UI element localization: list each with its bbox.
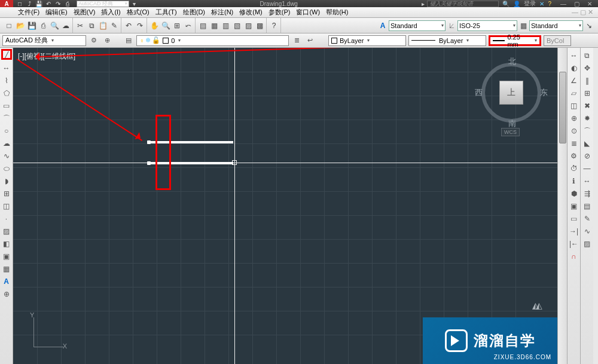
menu-edit[interactable]: 编辑(E) <box>43 7 70 17</box>
join-tool-icon[interactable]: ― <box>582 163 593 174</box>
menu-help[interactable]: 帮助(H) <box>324 7 350 17</box>
drawing-canvas[interactable]: /*placeholder*/ [-][俯视][二维线框] <box>13 48 557 364</box>
workspace-select[interactable]: AutoCAD 经典▾ <box>2 35 86 46</box>
close-button[interactable]: ✕ <box>585 1 594 7</box>
pan-icon[interactable]: ✋ <box>149 20 160 31</box>
textstyle-select[interactable]: Standard▾ <box>389 20 446 31</box>
lengthen-tool-icon[interactable]: ↔ <box>582 176 593 186</box>
time-icon[interactable]: ⏱ <box>569 163 579 174</box>
vertical-scrollbar[interactable] <box>557 48 567 364</box>
spline-tool-icon[interactable]: ∿ <box>1 151 12 161</box>
menu-draw[interactable]: 绘图(D) <box>181 7 208 17</box>
zoom-realtime-icon[interactable]: 🔍 <box>160 20 171 31</box>
paste-icon[interactable]: 📋 <box>97 20 108 31</box>
align-tool-icon[interactable]: ⇶ <box>582 188 593 199</box>
draworder-tool-icon[interactable]: ▤ <box>582 201 593 212</box>
menu-modify[interactable]: 修改(M) <box>237 7 265 17</box>
hatch-tool-icon[interactable]: ▨ <box>1 226 12 237</box>
sheetset-icon[interactable]: ▧ <box>231 20 242 31</box>
viewcube-west[interactable]: 西 <box>475 87 483 98</box>
multileader-icon[interactable]: ↘ <box>584 20 594 31</box>
copy-tool-icon[interactable]: ⧉ <box>582 50 593 61</box>
viewcube-wcs[interactable]: WCS <box>501 128 520 136</box>
qat-redo-icon[interactable]: ↷ <box>54 0 62 7</box>
login-link[interactable]: 登录 <box>524 0 536 8</box>
menu-window[interactable]: 窗口(W) <box>294 7 322 17</box>
dist-icon[interactable]: ↔ <box>569 50 579 61</box>
linetype-select[interactable]: ByLayer▾ <box>408 35 486 46</box>
toolpalettes-icon[interactable]: ▥ <box>220 20 231 31</box>
trim-icon[interactable]: |← <box>569 238 579 249</box>
color-select[interactable]: ByLayer▾ <box>328 35 406 46</box>
radius-icon[interactable]: ◐ <box>569 63 579 74</box>
gradient-tool-icon[interactable]: ◧ <box>1 238 12 249</box>
break-tool-icon[interactable]: ⊘ <box>582 151 593 161</box>
mtext-tool-icon[interactable]: A <box>1 276 12 287</box>
help-icon2[interactable]: ? <box>269 20 279 31</box>
zoom-prev-icon[interactable]: ⤺ <box>183 20 194 31</box>
explode-tool-icon[interactable]: ✸ <box>582 113 593 124</box>
region2-icon[interactable]: ▣ <box>569 201 579 212</box>
angle-icon[interactable]: ∠ <box>569 75 579 86</box>
doc-minimize-button[interactable]: — ▢ ✕ <box>569 8 596 17</box>
search-icon[interactable]: 🔍 <box>502 1 509 7</box>
splinedit-tool-icon[interactable]: ∿ <box>582 226 593 237</box>
circle-tool-icon[interactable]: ○ <box>1 126 12 136</box>
menu-file[interactable]: 文件(F) <box>16 7 42 17</box>
scrollbar-thumb[interactable] <box>559 72 566 143</box>
menu-insert[interactable]: 插入(I) <box>99 7 123 17</box>
revcloud-tool-icon[interactable]: ☁ <box>1 138 12 149</box>
copy-icon[interactable]: ⧉ <box>86 20 97 31</box>
undo-icon[interactable]: ↶ <box>123 20 134 31</box>
addsel-tool-icon[interactable]: ⊕ <box>1 289 12 299</box>
insert-tool-icon[interactable]: ⊞ <box>1 188 12 199</box>
id-icon[interactable]: ⊙ <box>569 126 579 136</box>
help-search-input[interactable]: 键入关键字或短语 <box>427 1 499 7</box>
menu-dimension[interactable]: 标注(N) <box>209 7 236 17</box>
viewcube[interactable]: 上 北 南 东 西 WCS <box>478 60 544 126</box>
preview-icon[interactable]: 🔍 <box>49 20 60 31</box>
workspace-save-icon[interactable]: ⊕ <box>102 35 112 46</box>
qat-print-icon[interactable]: ⎙ <box>63 0 72 7</box>
erase-tool-icon[interactable]: ✖ <box>582 100 593 111</box>
redo-icon[interactable]: ↷ <box>135 20 145 31</box>
list-icon[interactable]: ≣ <box>569 138 579 149</box>
quick-icon[interactable]: ⊕ <box>569 113 579 124</box>
ellipse-tool-icon[interactable]: ⬭ <box>1 163 12 174</box>
menu-param[interactable]: 参数(P) <box>266 7 293 17</box>
point-tool-icon[interactable]: · <box>1 213 12 224</box>
arc-tool-icon[interactable]: ⌒ <box>1 113 12 124</box>
quickcalc-icon[interactable]: ▩ <box>254 20 265 31</box>
viewcube-east[interactable]: 东 <box>540 87 548 98</box>
ellipsearc-tool-icon[interactable]: ◗ <box>1 176 12 186</box>
viewcube-top-face[interactable]: 上 <box>499 81 523 105</box>
minimize-button[interactable]: — <box>559 1 568 7</box>
markup-icon[interactable]: ▨ <box>243 20 254 31</box>
xline-tool-icon[interactable]: ↔ <box>1 63 12 74</box>
polygon-tool-icon[interactable]: ⬠ <box>1 88 12 99</box>
viewcube-north[interactable]: 北 <box>508 56 516 67</box>
app-logo[interactable]: A <box>0 0 13 7</box>
zoom-window-icon[interactable]: ⊞ <box>172 20 182 31</box>
publish-icon[interactable]: ☁ <box>60 20 71 31</box>
array-tool-icon[interactable]: ⊞ <box>582 88 593 99</box>
status-icon[interactable]: ℹ <box>569 176 579 186</box>
save-icon[interactable]: 💾 <box>26 20 37 31</box>
boundary-icon[interactable]: ▭ <box>569 213 579 224</box>
menu-view[interactable]: 视图(V) <box>71 7 98 17</box>
fillet-tool-icon[interactable]: ⌒ <box>582 126 593 136</box>
lineweight-select[interactable]: 0.25 mm▾ <box>489 35 541 46</box>
chamfer-tool-icon[interactable]: ◣ <box>582 138 593 149</box>
region-tool-icon[interactable]: ▣ <box>1 251 12 262</box>
pline-tool-icon[interactable]: ⌇ <box>1 75 12 86</box>
qat-save-icon[interactable]: 💾 <box>35 0 43 7</box>
table-tool-icon[interactable]: ▦ <box>1 264 12 274</box>
block-tool-icon[interactable]: ◫ <box>1 201 12 212</box>
textstyle-icon[interactable]: A <box>377 20 388 31</box>
menu-format[interactable]: 格式(O) <box>124 7 152 17</box>
dimstyle-icon[interactable]: ⟀ <box>446 20 457 31</box>
open-icon[interactable]: 📂 <box>15 20 26 31</box>
setvar-icon[interactable]: ⚙ <box>569 151 579 161</box>
volume-icon[interactable]: ◫ <box>569 100 579 111</box>
new-icon[interactable]: □ <box>4 20 14 31</box>
